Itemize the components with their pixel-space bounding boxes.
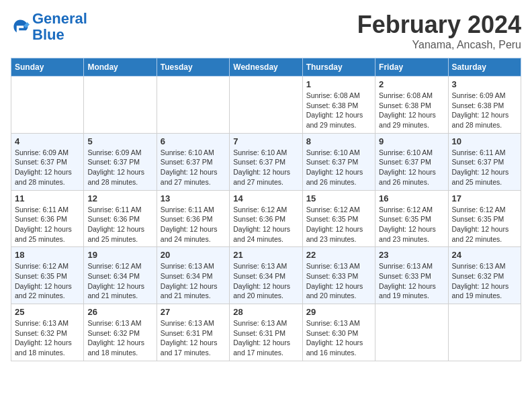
day-number: 16 (379, 193, 444, 203)
calendar-day-cell: 24Sunrise: 6:13 AM Sunset: 6:32 PM Dayli… (448, 247, 521, 304)
day-info: Sunrise: 6:12 AM Sunset: 6:35 PM Dayligh… (379, 205, 444, 244)
calendar-day-cell: 6Sunrise: 6:10 AM Sunset: 6:37 PM Daylig… (157, 133, 229, 190)
day-info: Sunrise: 6:13 AM Sunset: 6:34 PM Dayligh… (233, 261, 298, 301)
day-number: 19 (87, 250, 152, 260)
calendar-table: SundayMondayTuesdayWednesdayThursdayFrid… (11, 58, 521, 361)
calendar-week-row: 1Sunrise: 6:08 AM Sunset: 6:38 PM Daylig… (11, 77, 521, 134)
day-info: Sunrise: 6:12 AM Sunset: 6:35 PM Dayligh… (15, 261, 80, 301)
calendar-day-cell: 27Sunrise: 6:13 AM Sunset: 6:31 PM Dayli… (157, 304, 229, 361)
calendar-week-row: 25Sunrise: 6:13 AM Sunset: 6:32 PM Dayli… (11, 304, 521, 361)
day-number: 26 (87, 307, 152, 317)
calendar-day-cell (157, 77, 229, 134)
day-info: Sunrise: 6:13 AM Sunset: 6:33 PM Dayligh… (306, 261, 371, 301)
logo-blue: Blue (32, 26, 64, 43)
day-number: 6 (161, 136, 226, 146)
calendar-day-cell: 1Sunrise: 6:08 AM Sunset: 6:38 PM Daylig… (302, 77, 375, 134)
day-number: 15 (306, 193, 371, 203)
calendar-day-cell: 10Sunrise: 6:11 AM Sunset: 6:37 PM Dayli… (448, 133, 521, 190)
title-block: February 2024 Yanama, Ancash, Peru (357, 11, 521, 51)
day-number: 21 (233, 250, 298, 260)
calendar-day-cell: 14Sunrise: 6:12 AM Sunset: 6:36 PM Dayli… (230, 190, 302, 247)
calendar-day-cell: 25Sunrise: 6:13 AM Sunset: 6:32 PM Dayli… (11, 304, 84, 361)
day-number: 3 (452, 79, 517, 89)
logo-icon (11, 17, 30, 36)
day-number: 12 (87, 193, 152, 203)
day-number: 7 (233, 136, 298, 146)
day-number: 17 (452, 193, 517, 203)
page-header: General Blue February 2024 Yanama, Ancas… (11, 11, 521, 51)
calendar-week-row: 11Sunrise: 6:11 AM Sunset: 6:36 PM Dayli… (11, 190, 521, 247)
calendar-week-row: 4Sunrise: 6:09 AM Sunset: 6:37 PM Daylig… (11, 133, 521, 190)
calendar-day-cell (375, 304, 448, 361)
day-info: Sunrise: 6:10 AM Sunset: 6:37 PM Dayligh… (306, 148, 371, 187)
calendar-day-cell (11, 77, 84, 134)
calendar-day-cell: 9Sunrise: 6:10 AM Sunset: 6:37 PM Daylig… (375, 133, 448, 190)
day-info: Sunrise: 6:13 AM Sunset: 6:33 PM Dayligh… (379, 261, 444, 301)
day-info: Sunrise: 6:10 AM Sunset: 6:37 PM Dayligh… (379, 148, 444, 187)
calendar-day-cell: 13Sunrise: 6:11 AM Sunset: 6:36 PM Dayli… (157, 190, 229, 247)
day-number: 4 (15, 136, 80, 146)
calendar-day-cell: 3Sunrise: 6:09 AM Sunset: 6:38 PM Daylig… (448, 77, 521, 134)
header-thursday: Thursday (302, 58, 375, 77)
day-number: 2 (379, 79, 444, 89)
day-info: Sunrise: 6:12 AM Sunset: 6:35 PM Dayligh… (306, 205, 371, 244)
calendar-day-cell: 11Sunrise: 6:11 AM Sunset: 6:36 PM Dayli… (11, 190, 84, 247)
day-number: 1 (306, 79, 371, 89)
day-number: 14 (233, 193, 298, 203)
day-number: 27 (161, 307, 226, 317)
day-number: 13 (161, 193, 226, 203)
calendar-day-cell: 4Sunrise: 6:09 AM Sunset: 6:37 PM Daylig… (11, 133, 84, 190)
calendar-day-cell: 12Sunrise: 6:11 AM Sunset: 6:36 PM Dayli… (84, 190, 157, 247)
header-tuesday: Tuesday (157, 58, 229, 77)
day-number: 24 (452, 250, 517, 260)
header-sunday: Sunday (11, 58, 84, 77)
calendar-day-cell: 7Sunrise: 6:10 AM Sunset: 6:37 PM Daylig… (230, 133, 302, 190)
day-number: 28 (233, 307, 298, 317)
day-number: 25 (15, 307, 80, 317)
day-info: Sunrise: 6:13 AM Sunset: 6:32 PM Dayligh… (87, 318, 152, 358)
day-info: Sunrise: 6:11 AM Sunset: 6:36 PM Dayligh… (87, 205, 152, 244)
day-number: 8 (306, 136, 371, 146)
calendar-day-cell: 19Sunrise: 6:12 AM Sunset: 6:34 PM Dayli… (84, 247, 157, 304)
weekday-header-row: SundayMondayTuesdayWednesdayThursdayFrid… (11, 58, 521, 77)
day-info: Sunrise: 6:13 AM Sunset: 6:31 PM Dayligh… (161, 318, 226, 358)
calendar-day-cell: 18Sunrise: 6:12 AM Sunset: 6:35 PM Dayli… (11, 247, 84, 304)
calendar-day-cell: 22Sunrise: 6:13 AM Sunset: 6:33 PM Dayli… (302, 247, 375, 304)
calendar-day-cell: 23Sunrise: 6:13 AM Sunset: 6:33 PM Dayli… (375, 247, 448, 304)
calendar-week-row: 18Sunrise: 6:12 AM Sunset: 6:35 PM Dayli… (11, 247, 521, 304)
day-info: Sunrise: 6:13 AM Sunset: 6:32 PM Dayligh… (15, 318, 80, 358)
header-saturday: Saturday (448, 58, 521, 77)
header-friday: Friday (375, 58, 448, 77)
calendar-day-cell: 16Sunrise: 6:12 AM Sunset: 6:35 PM Dayli… (375, 190, 448, 247)
day-info: Sunrise: 6:09 AM Sunset: 6:37 PM Dayligh… (15, 148, 80, 187)
day-info: Sunrise: 6:09 AM Sunset: 6:38 PM Dayligh… (452, 91, 517, 130)
day-info: Sunrise: 6:10 AM Sunset: 6:37 PM Dayligh… (233, 148, 298, 187)
day-info: Sunrise: 6:11 AM Sunset: 6:37 PM Dayligh… (452, 148, 517, 187)
day-info: Sunrise: 6:13 AM Sunset: 6:31 PM Dayligh… (233, 318, 298, 358)
logo-general: General (32, 10, 87, 27)
calendar-day-cell: 15Sunrise: 6:12 AM Sunset: 6:35 PM Dayli… (302, 190, 375, 247)
day-number: 22 (306, 250, 371, 260)
calendar-day-cell (448, 304, 521, 361)
calendar-day-cell: 29Sunrise: 6:13 AM Sunset: 6:30 PM Dayli… (302, 304, 375, 361)
day-info: Sunrise: 6:11 AM Sunset: 6:36 PM Dayligh… (15, 205, 80, 244)
day-info: Sunrise: 6:09 AM Sunset: 6:37 PM Dayligh… (87, 148, 152, 187)
calendar-day-cell: 2Sunrise: 6:08 AM Sunset: 6:38 PM Daylig… (375, 77, 448, 134)
day-info: Sunrise: 6:11 AM Sunset: 6:36 PM Dayligh… (161, 205, 226, 244)
day-info: Sunrise: 6:13 AM Sunset: 6:30 PM Dayligh… (306, 318, 371, 358)
calendar-day-cell: 5Sunrise: 6:09 AM Sunset: 6:37 PM Daylig… (84, 133, 157, 190)
logo-text-block: General Blue (32, 11, 87, 43)
day-number: 9 (379, 136, 444, 146)
calendar-day-cell: 26Sunrise: 6:13 AM Sunset: 6:32 PM Dayli… (84, 304, 157, 361)
logo: General Blue (11, 11, 87, 43)
header-monday: Monday (84, 58, 157, 77)
day-number: 5 (87, 136, 152, 146)
day-number: 11 (15, 193, 80, 203)
day-info: Sunrise: 6:13 AM Sunset: 6:32 PM Dayligh… (452, 261, 517, 301)
calendar-day-cell (230, 77, 302, 134)
day-info: Sunrise: 6:13 AM Sunset: 6:34 PM Dayligh… (161, 261, 226, 301)
day-number: 20 (161, 250, 226, 260)
calendar-day-cell: 8Sunrise: 6:10 AM Sunset: 6:37 PM Daylig… (302, 133, 375, 190)
calendar-day-cell (84, 77, 157, 134)
calendar-day-cell: 17Sunrise: 6:12 AM Sunset: 6:35 PM Dayli… (448, 190, 521, 247)
